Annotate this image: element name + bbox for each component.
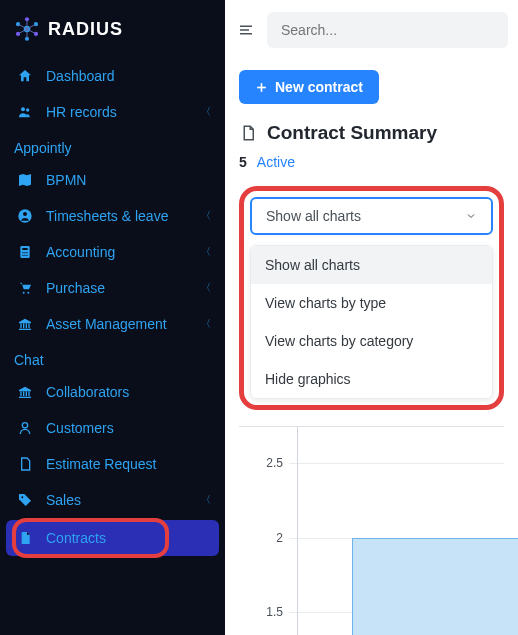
- svg-rect-34: [26, 391, 27, 396]
- page-title: Contract Summary: [267, 122, 437, 144]
- chart-filter-menu: Show all charts View charts by type View…: [250, 245, 493, 399]
- sidebar-item-timesheets[interactable]: Timesheets & leave 〈: [0, 198, 225, 234]
- main-area: New contract Contract Summary 5 Active S…: [225, 0, 518, 635]
- status-count: 5: [239, 154, 247, 170]
- sidebar-item-bpmn[interactable]: BPMN: [0, 162, 225, 198]
- svg-rect-30: [28, 323, 29, 328]
- svg-rect-36: [19, 397, 31, 398]
- chevron-down-icon: [465, 210, 477, 222]
- chart-filter-dropdown[interactable]: Show all charts: [250, 197, 493, 235]
- users-icon: [14, 104, 36, 120]
- svg-point-19: [22, 252, 23, 253]
- y-tick: 2: [276, 531, 283, 545]
- svg-point-37: [22, 423, 27, 428]
- svg-rect-29: [26, 323, 27, 328]
- chevron-left-icon: 〈: [201, 281, 211, 295]
- page-title-row: Contract Summary: [239, 122, 504, 144]
- sidebar-item-label: BPMN: [46, 172, 211, 188]
- sidebar-item-label: Contracts: [46, 530, 211, 546]
- svg-point-21: [26, 252, 27, 253]
- svg-rect-28: [23, 323, 24, 328]
- sidebar-item-label: Estimate Request: [46, 456, 211, 472]
- sidebar-item-label: Timesheets & leave: [46, 208, 201, 224]
- sidebar-item-label: Sales: [46, 492, 201, 508]
- sidebar-item-contracts[interactable]: Contracts: [6, 520, 219, 556]
- sidebar-section-appointly[interactable]: Appointly: [0, 130, 225, 162]
- sidebar-item-hr-records[interactable]: HR records 〈: [0, 94, 225, 130]
- chart-filter-selected: Show all charts: [266, 208, 361, 224]
- svg-rect-31: [19, 329, 31, 330]
- chevron-left-icon: 〈: [201, 245, 211, 259]
- cart-icon: [14, 280, 36, 296]
- brand-name: RADIUS: [48, 19, 123, 40]
- svg-rect-32: [20, 391, 21, 396]
- new-contract-label: New contract: [275, 79, 363, 95]
- sidebar-section-chat[interactable]: Chat: [0, 342, 225, 374]
- status-row: 5 Active: [239, 154, 504, 170]
- svg-point-26: [27, 292, 29, 294]
- menu-toggle-icon[interactable]: [235, 19, 257, 41]
- chevron-left-icon: 〈: [201, 105, 211, 119]
- tag-icon: [14, 492, 36, 508]
- svg-rect-18: [22, 248, 27, 250]
- svg-rect-35: [28, 391, 29, 396]
- brand-logo[interactable]: RADIUS: [0, 0, 225, 58]
- search-input[interactable]: [267, 12, 508, 48]
- new-contract-button[interactable]: New contract: [239, 70, 379, 104]
- chart-y-axis: 2.5 2 1.5 1: [239, 427, 289, 635]
- user-circle-icon: [14, 208, 36, 224]
- map-icon: [14, 172, 36, 188]
- chart-filter-highlight: Show all charts Show all charts View cha…: [239, 186, 504, 410]
- radius-logo-icon: [14, 16, 40, 42]
- sidebar-item-purchase[interactable]: Purchase 〈: [0, 270, 225, 306]
- sidebar-item-accounting[interactable]: Accounting 〈: [0, 234, 225, 270]
- chevron-left-icon: 〈: [201, 493, 211, 507]
- y-tick: 2.5: [266, 456, 283, 470]
- sidebar: RADIUS Dashboard HR records 〈 Appointly …: [0, 0, 225, 635]
- y-tick: 1.5: [266, 605, 283, 619]
- chart-plot: [297, 427, 504, 635]
- person-icon: [14, 420, 36, 436]
- chart-filter-option[interactable]: Show all charts: [251, 246, 492, 284]
- svg-rect-27: [20, 323, 21, 328]
- svg-point-38: [21, 496, 23, 498]
- status-label[interactable]: Active: [257, 154, 295, 170]
- chevron-left-icon: 〈: [201, 209, 211, 223]
- bank-icon: [14, 316, 36, 332]
- sidebar-item-label: Customers: [46, 420, 211, 436]
- chart-filter-option[interactable]: View charts by category: [251, 322, 492, 360]
- chart-filter-option[interactable]: Hide graphics: [251, 360, 492, 398]
- sidebar-item-collaborators[interactable]: Collaborators: [0, 374, 225, 410]
- calculator-icon: [14, 244, 36, 260]
- svg-rect-33: [23, 391, 24, 396]
- sidebar-item-estimate-request[interactable]: Estimate Request: [0, 446, 225, 482]
- sidebar-item-label: Dashboard: [46, 68, 211, 84]
- sidebar-item-asset-management[interactable]: Asset Management 〈: [0, 306, 225, 342]
- svg-point-25: [23, 292, 25, 294]
- svg-point-23: [24, 255, 25, 256]
- svg-point-16: [23, 212, 27, 216]
- sidebar-item-label: Accounting: [46, 244, 201, 260]
- sidebar-item-label: Asset Management: [46, 316, 201, 332]
- sidebar-item-sales[interactable]: Sales 〈: [0, 482, 225, 518]
- chevron-left-icon: 〈: [201, 317, 211, 331]
- topbar: [225, 0, 518, 60]
- sidebar-item-dashboard[interactable]: Dashboard: [0, 58, 225, 94]
- sidebar-item-label: Collaborators: [46, 384, 211, 400]
- svg-point-24: [26, 255, 27, 256]
- svg-point-13: [21, 107, 25, 111]
- sidebar-item-customers[interactable]: Customers: [0, 410, 225, 446]
- chart-bar: [352, 538, 518, 635]
- svg-point-20: [24, 252, 25, 253]
- sidebar-item-label: HR records: [46, 104, 201, 120]
- svg-point-14: [26, 108, 29, 111]
- content: New contract Contract Summary 5 Active S…: [225, 60, 518, 635]
- home-icon: [14, 68, 36, 84]
- sidebar-item-label: Purchase: [46, 280, 201, 296]
- plus-icon: [255, 81, 268, 94]
- chart-filter-option[interactable]: View charts by type: [251, 284, 492, 322]
- svg-point-22: [22, 255, 23, 256]
- contract-chart: 2.5 2 1.5 1: [239, 426, 504, 635]
- file-icon: [14, 530, 36, 546]
- document-icon: [239, 124, 257, 142]
